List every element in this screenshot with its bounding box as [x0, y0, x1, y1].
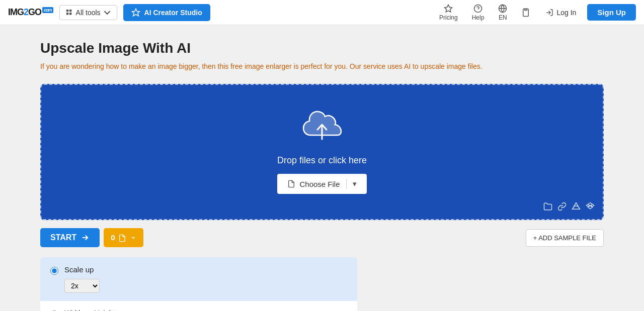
header: IMG2GOcom All tools AI Creator Studio Pr… — [0, 0, 644, 25]
grid-icon — [66, 9, 73, 16]
all-tools-button[interactable]: All tools — [59, 5, 117, 20]
width-field: Width: — [64, 309, 85, 311]
globe-icon — [498, 4, 507, 13]
svg-rect-3 — [69, 13, 71, 15]
svg-rect-2 — [66, 13, 68, 15]
start-label: START — [50, 233, 76, 242]
upload-bottom-icons — [543, 202, 595, 213]
file-count-badge: 0 — [111, 233, 127, 242]
width-label: Width: — [64, 309, 85, 311]
choose-file-label: Choose File — [299, 180, 340, 188]
all-tools-label: All tools — [76, 9, 101, 17]
choose-file-divider — [346, 179, 347, 189]
log-in-button[interactable]: Log In — [540, 6, 581, 20]
log-in-label: Log In — [556, 9, 576, 17]
file-count: 0 — [111, 233, 115, 242]
main-content: Upscale Image With AI If you are wonderi… — [0, 25, 644, 311]
arrow-right-icon — [80, 233, 90, 242]
options-panel: Scale up 2x 4x 8x Width: Height: — [40, 257, 357, 311]
help-icon — [473, 4, 482, 13]
sign-up-label: Sign Up — [597, 8, 626, 17]
dropbox-icon[interactable] — [586, 202, 595, 213]
help-nav[interactable]: Help — [468, 2, 489, 23]
add-sample-button[interactable]: + ADD SAMPLE FILE — [526, 229, 604, 247]
ai-creator-button[interactable]: AI Creator Studio — [123, 4, 210, 21]
choose-file-chevron-icon[interactable]: ▾ — [353, 179, 357, 188]
choose-file-button[interactable]: Choose File ▾ — [277, 174, 366, 194]
width-height-option[interactable]: Width: Height: — [40, 301, 357, 311]
link-icon[interactable] — [557, 202, 567, 213]
clipboard-icon — [521, 8, 530, 17]
help-label: Help — [472, 14, 485, 21]
file-icon — [287, 180, 295, 188]
height-field: Height: — [95, 309, 117, 311]
scale-select[interactable]: 2x 4x 8x — [64, 279, 100, 293]
page-title: Upscale Image With AI — [40, 40, 604, 56]
pricing-nav[interactable]: Pricing — [435, 2, 462, 23]
page-description: If you are wondering how to make an imag… — [40, 61, 493, 72]
language-nav[interactable]: EN — [494, 2, 511, 23]
width-height-content: Width: Height: — [64, 309, 117, 311]
upload-dropzone[interactable]: Drop files or click here Choose File ▾ — [40, 84, 604, 220]
file-icon-small — [118, 234, 126, 242]
folder-icon[interactable] — [543, 202, 552, 213]
start-button[interactable]: START — [40, 228, 100, 247]
pricing-label: Pricing — [439, 14, 458, 21]
scale-up-option[interactable]: Scale up 2x 4x 8x — [40, 257, 357, 301]
svg-rect-1 — [69, 9, 71, 11]
google-drive-icon[interactable] — [572, 202, 581, 213]
dropdown-chevron-icon — [130, 235, 136, 241]
ai-creator-label: AI Creator Studio — [144, 9, 202, 17]
logo[interactable]: IMG2GOcom — [8, 7, 53, 18]
upload-cloud-icon — [299, 110, 345, 147]
height-label: Height: — [95, 309, 117, 311]
pricing-icon — [444, 4, 453, 13]
svg-rect-0 — [66, 9, 68, 11]
notifications-nav[interactable] — [517, 6, 534, 19]
scale-up-content: Scale up 2x 4x 8x — [64, 265, 100, 293]
scale-up-label: Scale up — [64, 265, 100, 274]
scale-up-radio[interactable] — [50, 267, 58, 275]
chevron-down-icon — [104, 9, 111, 16]
sign-up-button[interactable]: Sign Up — [587, 4, 636, 21]
lang-label: EN — [499, 14, 507, 21]
ai-icon — [131, 8, 140, 17]
add-sample-label: + ADD SAMPLE FILE — [533, 234, 596, 242]
upload-drop-text: Drop files or click here — [277, 155, 367, 166]
login-icon — [545, 9, 553, 17]
action-bar: START 0 + ADD S — [40, 228, 604, 247]
file-count-button[interactable]: 0 — [104, 228, 143, 247]
width-height-row: Width: Height: — [64, 309, 117, 311]
action-left: START 0 — [40, 228, 143, 247]
